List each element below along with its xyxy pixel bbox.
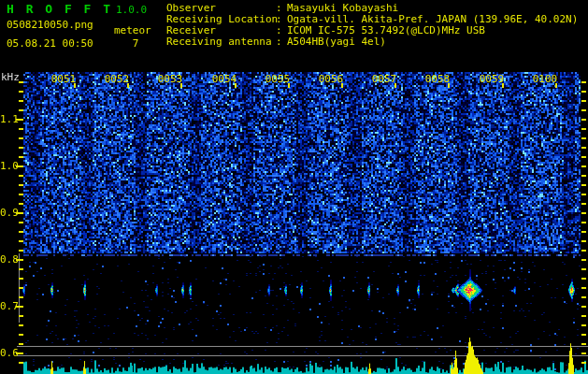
info-colon: :	[276, 36, 284, 48]
time-tick-label: 0055	[265, 74, 291, 85]
freq-tick-label: 0.7	[0, 301, 15, 312]
app-version: 1.0.0	[116, 5, 147, 16]
info-value: A504HB(yagi 4el)	[287, 36, 386, 48]
freq-tick-label: 0.6	[0, 348, 15, 359]
time-tick-label: 0053	[157, 74, 183, 85]
time-tick-label: 0056	[318, 74, 344, 85]
time-tick-label: 0054	[211, 74, 237, 85]
freq-unit-label: kHz	[1, 72, 20, 83]
info-row-antenna: Receiving antenna:A504HB(yagi 4el)	[166, 36, 386, 48]
meteor-count: 7	[127, 38, 144, 50]
freq-tick-label: 0.8	[0, 254, 15, 266]
time-tick-label: 0052	[104, 74, 130, 85]
spectrogram-canvas	[0, 0, 588, 374]
mode-label: meteor	[114, 25, 151, 36]
time-tick-label: 0100	[532, 74, 558, 85]
freq-tick-label: 1.1	[0, 114, 15, 125]
output-filename: 0508210050.png	[7, 20, 93, 31]
freq-tick-label: 0.9	[0, 208, 15, 219]
time-tick-label: 0059	[479, 74, 505, 85]
app-title: H R O F F T	[7, 3, 113, 16]
freq-tick-label: 1.0	[0, 161, 15, 172]
time-tick-label: 0051	[50, 74, 77, 85]
date-time: 05.08.21 00:50	[7, 38, 93, 50]
hrofft-screen: H R O F F T 1.0.0 0508210050.png 05.08.2…	[0, 0, 588, 374]
info-label: Receiving antenna	[166, 36, 276, 48]
time-tick-label: 0058	[424, 74, 451, 85]
time-tick-label: 0057	[371, 74, 397, 85]
